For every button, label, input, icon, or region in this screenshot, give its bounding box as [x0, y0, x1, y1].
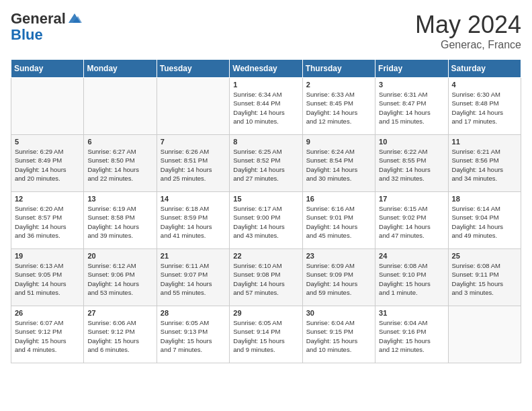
calendar-cell: 17Sunrise: 6:15 AM Sunset: 9:02 PM Dayli…: [375, 192, 448, 249]
calendar-cell: 29Sunrise: 6:05 AM Sunset: 9:14 PM Dayli…: [230, 306, 302, 363]
day-info: Sunrise: 6:19 AM Sunset: 8:58 PM Dayligh…: [87, 204, 152, 240]
day-info: Sunrise: 6:25 AM Sunset: 8:52 PM Dayligh…: [233, 147, 298, 183]
calendar-table: SundayMondayTuesdayWednesdayThursdayFrid…: [11, 59, 521, 363]
day-number: 15: [233, 195, 298, 203]
day-number: 23: [306, 252, 371, 260]
calendar-cell: [84, 78, 157, 135]
weekday-header-monday: Monday: [84, 60, 157, 78]
day-number: 20: [87, 252, 152, 260]
calendar-cell: 14Sunrise: 6:18 AM Sunset: 8:59 PM Dayli…: [157, 192, 229, 249]
day-number: 6: [87, 138, 152, 146]
day-number: 30: [306, 309, 371, 317]
title-block: May 2024 Generac, France: [415, 11, 521, 51]
calendar-cell: 23Sunrise: 6:09 AM Sunset: 9:09 PM Dayli…: [302, 249, 375, 306]
calendar-cell: 26Sunrise: 6:07 AM Sunset: 9:12 PM Dayli…: [11, 306, 84, 363]
day-info: Sunrise: 6:26 AM Sunset: 8:51 PM Dayligh…: [161, 147, 226, 183]
day-number: 27: [87, 309, 152, 317]
calendar-cell: 10Sunrise: 6:22 AM Sunset: 8:55 PM Dayli…: [375, 135, 448, 192]
page-header: General Blue May 2024 Generac, France: [11, 11, 521, 51]
calendar-week-row: 5Sunrise: 6:29 AM Sunset: 8:49 PM Daylig…: [11, 135, 521, 192]
logo-icon: [67, 11, 82, 26]
day-number: 8: [233, 138, 298, 146]
day-info: Sunrise: 6:11 AM Sunset: 9:07 PM Dayligh…: [161, 261, 226, 297]
logo-general-text: General: [11, 11, 66, 27]
day-info: Sunrise: 6:04 AM Sunset: 9:15 PM Dayligh…: [306, 318, 371, 354]
day-info: Sunrise: 6:14 AM Sunset: 9:04 PM Dayligh…: [452, 204, 517, 240]
calendar-cell: 2Sunrise: 6:33 AM Sunset: 8:45 PM Daylig…: [302, 78, 375, 135]
calendar-cell: 13Sunrise: 6:19 AM Sunset: 8:58 PM Dayli…: [84, 192, 157, 249]
weekday-header-thursday: Thursday: [302, 60, 375, 78]
calendar-cell: 19Sunrise: 6:13 AM Sunset: 9:05 PM Dayli…: [11, 249, 84, 306]
calendar-cell: [448, 306, 521, 363]
day-number: 25: [452, 252, 517, 260]
day-number: 12: [15, 195, 80, 203]
day-info: Sunrise: 6:08 AM Sunset: 9:11 PM Dayligh…: [452, 261, 517, 297]
calendar-cell: 16Sunrise: 6:16 AM Sunset: 9:01 PM Dayli…: [302, 192, 375, 249]
day-number: 16: [306, 195, 371, 203]
day-number: 31: [379, 309, 444, 317]
weekday-header-wednesday: Wednesday: [230, 60, 302, 78]
calendar-cell: 18Sunrise: 6:14 AM Sunset: 9:04 PM Dayli…: [448, 192, 521, 249]
day-info: Sunrise: 6:05 AM Sunset: 9:14 PM Dayligh…: [233, 318, 298, 354]
calendar-cell: 1Sunrise: 6:34 AM Sunset: 8:44 PM Daylig…: [230, 78, 302, 135]
day-info: Sunrise: 6:05 AM Sunset: 9:13 PM Dayligh…: [161, 318, 226, 354]
day-info: Sunrise: 6:34 AM Sunset: 8:44 PM Dayligh…: [233, 90, 298, 126]
calendar-cell: 4Sunrise: 6:30 AM Sunset: 8:48 PM Daylig…: [448, 78, 521, 135]
calendar-week-row: 26Sunrise: 6:07 AM Sunset: 9:12 PM Dayli…: [11, 306, 521, 363]
day-info: Sunrise: 6:31 AM Sunset: 8:47 PM Dayligh…: [379, 90, 444, 126]
day-info: Sunrise: 6:07 AM Sunset: 9:12 PM Dayligh…: [15, 318, 80, 354]
calendar-cell: 7Sunrise: 6:26 AM Sunset: 8:51 PM Daylig…: [157, 135, 229, 192]
calendar-cell: 24Sunrise: 6:08 AM Sunset: 9:10 PM Dayli…: [375, 249, 448, 306]
day-number: 2: [306, 81, 371, 89]
day-number: 18: [452, 195, 517, 203]
day-info: Sunrise: 6:33 AM Sunset: 8:45 PM Dayligh…: [306, 90, 371, 126]
calendar-cell: 9Sunrise: 6:24 AM Sunset: 8:54 PM Daylig…: [302, 135, 375, 192]
logo: General Blue: [11, 11, 82, 43]
day-number: 19: [15, 252, 80, 260]
calendar-cell: 12Sunrise: 6:20 AM Sunset: 8:57 PM Dayli…: [11, 192, 84, 249]
day-info: Sunrise: 6:22 AM Sunset: 8:55 PM Dayligh…: [379, 147, 444, 183]
day-info: Sunrise: 6:09 AM Sunset: 9:09 PM Dayligh…: [306, 261, 371, 297]
day-number: 22: [233, 252, 298, 260]
day-info: Sunrise: 6:17 AM Sunset: 9:00 PM Dayligh…: [233, 204, 298, 240]
calendar-week-row: 12Sunrise: 6:20 AM Sunset: 8:57 PM Dayli…: [11, 192, 521, 249]
day-number: 29: [233, 309, 298, 317]
calendar-cell: 27Sunrise: 6:06 AM Sunset: 9:12 PM Dayli…: [84, 306, 157, 363]
weekday-header-saturday: Saturday: [448, 60, 521, 78]
day-info: Sunrise: 6:12 AM Sunset: 9:06 PM Dayligh…: [87, 261, 152, 297]
location-subtitle: Generac, France: [415, 39, 521, 51]
day-info: Sunrise: 6:15 AM Sunset: 9:02 PM Dayligh…: [379, 204, 444, 240]
day-number: 1: [233, 81, 298, 89]
day-number: 28: [161, 309, 226, 317]
calendar-cell: 5Sunrise: 6:29 AM Sunset: 8:49 PM Daylig…: [11, 135, 84, 192]
calendar-cell: [157, 78, 229, 135]
calendar-cell: 20Sunrise: 6:12 AM Sunset: 9:06 PM Dayli…: [84, 249, 157, 306]
calendar-cell: 22Sunrise: 6:10 AM Sunset: 9:08 PM Dayli…: [230, 249, 302, 306]
weekday-header-sunday: Sunday: [11, 60, 84, 78]
calendar-cell: [11, 78, 84, 135]
weekday-header-tuesday: Tuesday: [157, 60, 229, 78]
day-number: 7: [161, 138, 226, 146]
calendar-cell: 15Sunrise: 6:17 AM Sunset: 9:00 PM Dayli…: [230, 192, 302, 249]
day-info: Sunrise: 6:08 AM Sunset: 9:10 PM Dayligh…: [379, 261, 444, 297]
day-info: Sunrise: 6:13 AM Sunset: 9:05 PM Dayligh…: [15, 261, 80, 297]
calendar-cell: 28Sunrise: 6:05 AM Sunset: 9:13 PM Dayli…: [157, 306, 229, 363]
calendar-cell: 31Sunrise: 6:04 AM Sunset: 9:16 PM Dayli…: [375, 306, 448, 363]
weekday-header-row: SundayMondayTuesdayWednesdayThursdayFrid…: [11, 60, 521, 78]
weekday-header-friday: Friday: [375, 60, 448, 78]
day-number: 21: [161, 252, 226, 260]
day-number: 13: [87, 195, 152, 203]
calendar-cell: 8Sunrise: 6:25 AM Sunset: 8:52 PM Daylig…: [230, 135, 302, 192]
day-number: 4: [452, 81, 517, 89]
day-number: 11: [452, 138, 517, 146]
day-number: 24: [379, 252, 444, 260]
day-number: 17: [379, 195, 444, 203]
month-year-title: May 2024: [415, 11, 521, 39]
calendar-cell: 25Sunrise: 6:08 AM Sunset: 9:11 PM Dayli…: [448, 249, 521, 306]
day-info: Sunrise: 6:06 AM Sunset: 9:12 PM Dayligh…: [87, 318, 152, 354]
day-info: Sunrise: 6:04 AM Sunset: 9:16 PM Dayligh…: [379, 318, 444, 354]
calendar-week-row: 1Sunrise: 6:34 AM Sunset: 8:44 PM Daylig…: [11, 78, 521, 135]
day-info: Sunrise: 6:20 AM Sunset: 8:57 PM Dayligh…: [15, 204, 80, 240]
calendar-cell: 21Sunrise: 6:11 AM Sunset: 9:07 PM Dayli…: [157, 249, 229, 306]
logo-blue-text: Blue: [11, 27, 82, 43]
